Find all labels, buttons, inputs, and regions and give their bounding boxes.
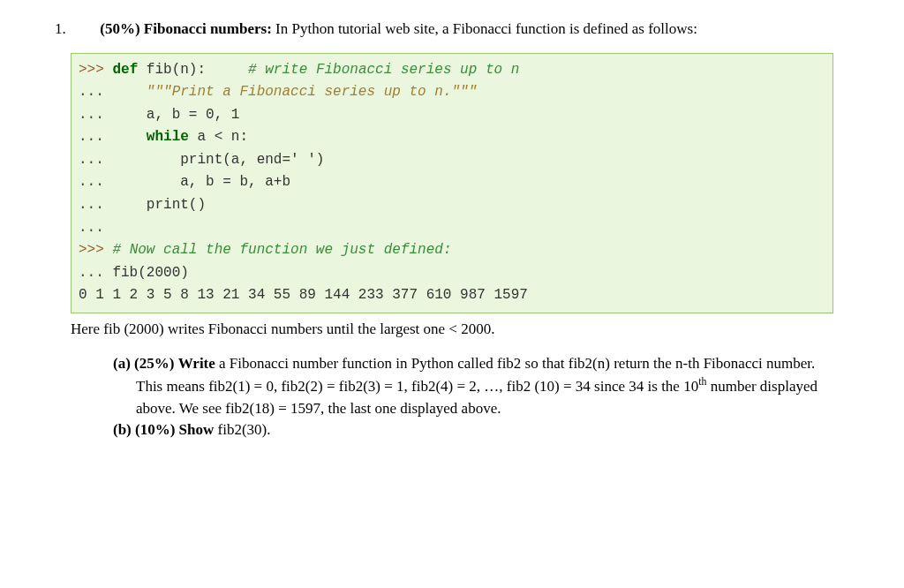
keyword-while: while — [147, 129, 189, 145]
continuation-dots: ... — [79, 197, 104, 213]
part-b-verb: Show — [179, 421, 215, 438]
part-a: (a) (25%) Write a Fibonacci number funct… — [136, 353, 833, 420]
part-b-label: (b) — [113, 421, 132, 438]
code-comment: # Now call the function we just defined: — [112, 242, 451, 258]
question-intro: In Python tutorial web site, a Fibonacci… — [275, 20, 697, 37]
continuation-dots: ... — [79, 129, 104, 145]
code-text: fib(n): — [138, 62, 206, 78]
question-number: 1. — [77, 18, 96, 41]
continuation-dots: ... — [79, 265, 104, 281]
code-text: a, b = 0, 1 — [147, 107, 240, 123]
part-a-weight: (25%) — [134, 355, 174, 372]
continuation-dots: ... — [79, 107, 104, 123]
part-a-label: (a) — [113, 355, 131, 372]
continuation-dots: ... — [79, 220, 104, 236]
code-output: 0 1 1 2 3 5 8 13 21 34 55 89 144 233 377… — [79, 287, 528, 303]
question-weight: (50%) — [100, 20, 139, 37]
code-text: fib(2000) — [104, 265, 189, 281]
code-text: print(a, end=' ') — [180, 152, 324, 168]
prompt-text: >>> — [79, 62, 104, 78]
post-code-text: Here fib (2000) writes Fibonacci numbers… — [71, 319, 833, 341]
continuation-dots: ... — [79, 152, 104, 168]
page: 1. (50%) Fibonacci numbers: In Python tu… — [0, 0, 904, 588]
part-a-verb: Write — [178, 355, 215, 372]
code-docstring: """Print a Fibonacci series up to n.""" — [147, 84, 477, 100]
question-1: 1. (50%) Fibonacci numbers: In Python tu… — [99, 18, 833, 41]
code-comment: # write Fibonacci series up to n — [248, 62, 519, 78]
continuation-dots: ... — [79, 84, 104, 100]
keyword-def: def — [112, 62, 138, 78]
part-b-text: fib2(30). — [218, 421, 271, 438]
code-text: print() — [147, 197, 206, 213]
prompt-text: >>> — [79, 242, 104, 258]
code-text: a < n: — [189, 129, 248, 145]
subparts: (a) (25%) Write a Fibonacci number funct… — [113, 353, 833, 441]
part-b-weight: (10%) — [135, 421, 175, 438]
code-text: a, b = b, a+b — [180, 174, 290, 190]
question-title: Fibonacci numbers: — [144, 20, 272, 37]
code-block: >>> def fib(n): # write Fibonacci series… — [71, 53, 833, 314]
continuation-dots: ... — [79, 174, 104, 190]
part-b: (b) (10%) Show fib2(30). — [136, 419, 833, 441]
